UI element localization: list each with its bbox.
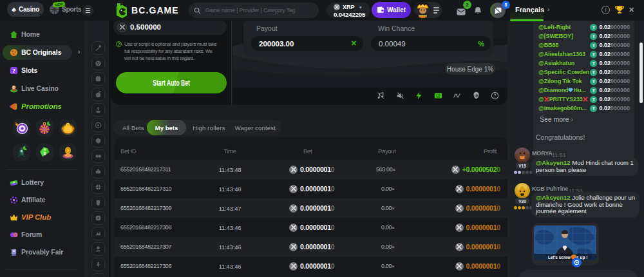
svg-text:7: 7 <box>12 67 15 73</box>
svg-text:Let's screw: Let's screw <box>548 255 571 260</box>
